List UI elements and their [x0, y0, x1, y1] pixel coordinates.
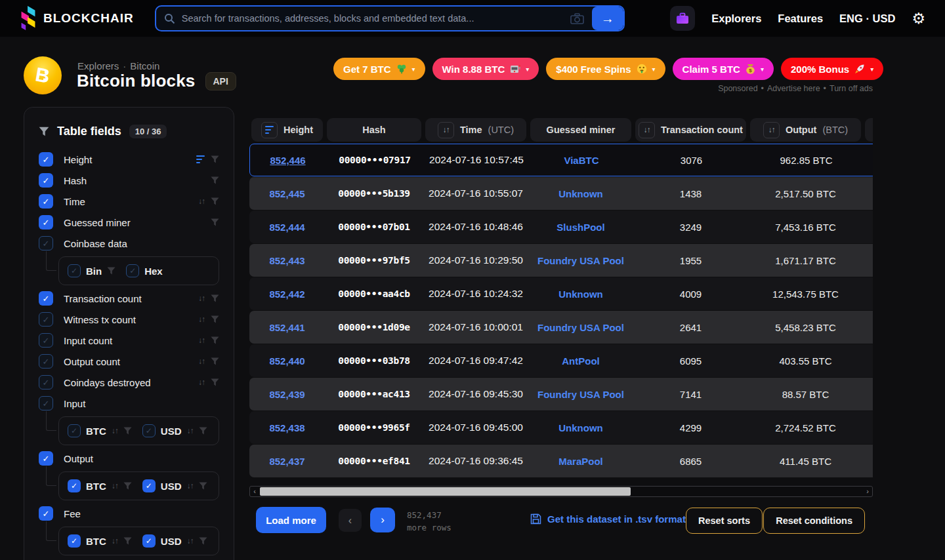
horizontal-scrollbar[interactable]: ‹ ›	[249, 486, 873, 497]
funnel-icon[interactable]	[211, 336, 219, 344]
miner-link[interactable]: Foundry USA Pool	[537, 255, 624, 266]
sort-icon[interactable]: ↓↑	[198, 357, 205, 366]
sort-icon[interactable]: ↓↑	[198, 315, 205, 324]
sort-icon[interactable]: ↓↑	[768, 125, 774, 134]
checkbox[interactable]: ✓	[39, 215, 53, 230]
miner-link[interactable]: AntPool	[562, 355, 600, 367]
next-page-button[interactable]: ›	[370, 508, 395, 532]
sort-icon[interactable]: ↓↑	[187, 426, 194, 435]
checkbox[interactable]: ✓	[39, 354, 53, 369]
block-height-link[interactable]: 852,438	[269, 422, 304, 433]
funnel-icon[interactable]	[123, 482, 132, 490]
ad-pill[interactable]: Claim 5 BTC$▾	[673, 58, 774, 80]
load-more-button[interactable]: Load more	[256, 507, 326, 533]
scroll-right-arrow[interactable]: ›	[863, 488, 872, 495]
funnel-icon[interactable]	[123, 427, 132, 435]
block-height-link[interactable]: 852,446	[270, 155, 305, 166]
sort-box[interactable]: ↓↑	[763, 122, 780, 138]
sort-icon[interactable]: ↓↑	[442, 125, 449, 134]
block-row[interactable]: 852,43700000•••ef8412024-07-16 09:36:45M…	[249, 445, 873, 477]
funnel-icon[interactable]	[211, 218, 219, 226]
block-height-link[interactable]: 852,442	[269, 289, 304, 300]
block-row[interactable]: 852,44100000•••1d09e2024-07-16 10:00:01F…	[249, 311, 873, 344]
advertise-link[interactable]: Advertise here	[767, 84, 820, 93]
miner-link[interactable]: ViaBTC	[564, 155, 598, 166]
column-header-button[interactable]: Guessed miner	[530, 118, 631, 142]
block-height-link[interactable]: 852,440	[269, 355, 304, 367]
scrollbar-thumb[interactable]	[260, 487, 631, 496]
checkbox[interactable]: ✓	[39, 152, 53, 167]
funnel-icon[interactable]	[199, 482, 207, 490]
ad-pill[interactable]: $400 Free Spins▾	[546, 58, 665, 80]
column-header-button[interactable]: ↓↑Transaction count	[635, 118, 746, 142]
checkbox[interactable]: ✓	[68, 479, 81, 492]
block-height-link[interactable]: 852,444	[269, 222, 304, 233]
reset-sorts-button[interactable]: Reset sorts	[686, 508, 763, 534]
funnel-icon[interactable]	[211, 155, 219, 163]
sort-desc-icon[interactable]	[196, 155, 205, 164]
search-input[interactable]	[182, 13, 564, 24]
column-header-button[interactable]: ↓↑Output(BTC)	[750, 118, 861, 142]
funnel-icon[interactable]	[211, 378, 219, 386]
column-header-button[interactable]: Height	[251, 118, 323, 142]
miner-link[interactable]: Foundry USA Pool	[537, 389, 624, 400]
block-height-link[interactable]: 852,437	[269, 456, 304, 467]
funnel-icon[interactable]	[211, 357, 219, 365]
block-row[interactable]: 852,44300000•••97bf52024-07-16 10:29:50F…	[249, 244, 873, 277]
block-row[interactable]: 852,43900000•••ac4132024-07-16 09:45:30F…	[249, 378, 873, 410]
checkbox[interactable]: ✓	[39, 451, 53, 466]
brand-name[interactable]: BLOCKCHAIR	[43, 11, 134, 26]
checkbox[interactable]: ✓	[68, 264, 81, 277]
block-row[interactable]: 852,44500000•••5b1392024-07-16 10:55:07U…	[249, 177, 873, 210]
checkbox[interactable]: ✓	[68, 424, 81, 437]
breadcrumb-root[interactable]: Explorers	[77, 60, 119, 71]
checkbox[interactable]: ✓	[39, 506, 53, 521]
sort-icon[interactable]: ↓↑	[198, 336, 205, 345]
checkbox[interactable]: ✓	[68, 534, 81, 548]
nav-features[interactable]: Features	[778, 12, 823, 25]
block-height-link[interactable]: 852,439	[269, 389, 304, 400]
block-row[interactable]: 852,44600000•••079172024-07-16 10:57:45V…	[249, 144, 873, 176]
funnel-icon[interactable]	[123, 537, 132, 545]
ad-pill[interactable]: 200% Bonus▾	[781, 58, 883, 80]
funnel-icon[interactable]	[211, 176, 219, 184]
sort-icon[interactable]: ↓↑	[187, 536, 194, 546]
block-row[interactable]: 852,44200000•••aa4cb2024-07-16 10:24:32U…	[249, 277, 873, 310]
miner-link[interactable]: Unknown	[558, 289, 603, 300]
ad-pill[interactable]: Get 7 BTC▾	[333, 58, 425, 80]
checkbox[interactable]: ✓	[39, 291, 53, 306]
block-row[interactable]: 852,44400000•••07b012024-07-16 10:48:46S…	[249, 210, 873, 243]
funnel-icon[interactable]	[199, 427, 207, 435]
search-submit-button[interactable]: →	[592, 7, 623, 30]
gear-icon[interactable]: ⚙	[912, 11, 925, 26]
sort-icon[interactable]: ↓↑	[112, 481, 118, 490]
checkbox[interactable]: ✓	[126, 264, 139, 277]
checkbox[interactable]: ✓	[142, 424, 156, 437]
checkbox[interactable]: ✓	[39, 236, 53, 250]
reset-conditions-button[interactable]: Reset conditions	[763, 508, 865, 534]
dataset-download-link[interactable]: Get this dataset in .tsv format	[530, 513, 686, 525]
ad-pill[interactable]: Win 8.88 BTC▾	[432, 58, 539, 80]
checkbox[interactable]: ✓	[39, 194, 53, 209]
column-header-stub[interactable]	[863, 118, 873, 142]
sort-icon[interactable]: ↓↑	[112, 536, 118, 546]
block-row[interactable]: 852,44000000•••03b782024-07-16 09:47:42A…	[249, 344, 873, 377]
checkbox[interactable]: ✓	[142, 534, 156, 548]
block-height-link[interactable]: 852,441	[269, 322, 304, 333]
sort-box[interactable]: ↓↑	[639, 122, 655, 138]
sort-icon[interactable]: ↓↑	[198, 294, 205, 303]
portfolio-icon[interactable]	[670, 6, 695, 31]
sort-desc-icon[interactable]	[265, 126, 274, 134]
sort-icon[interactable]: ↓↑	[112, 426, 118, 435]
funnel-icon[interactable]	[211, 197, 219, 205]
prev-page-button[interactable]: ‹	[339, 509, 362, 532]
turn-off-ads-link[interactable]: Turn off ads	[830, 84, 873, 93]
block-height-link[interactable]: 852,443	[269, 255, 304, 266]
nav-explorers[interactable]: Explorers	[711, 12, 761, 25]
checkbox[interactable]: ✓	[39, 312, 53, 327]
miner-link[interactable]: MaraPool	[558, 456, 603, 467]
checkbox[interactable]: ✓	[39, 333, 53, 348]
sort-box[interactable]: ↓↑	[438, 122, 454, 138]
block-height-link[interactable]: 852,445	[269, 188, 304, 199]
checkbox[interactable]: ✓	[39, 173, 53, 188]
